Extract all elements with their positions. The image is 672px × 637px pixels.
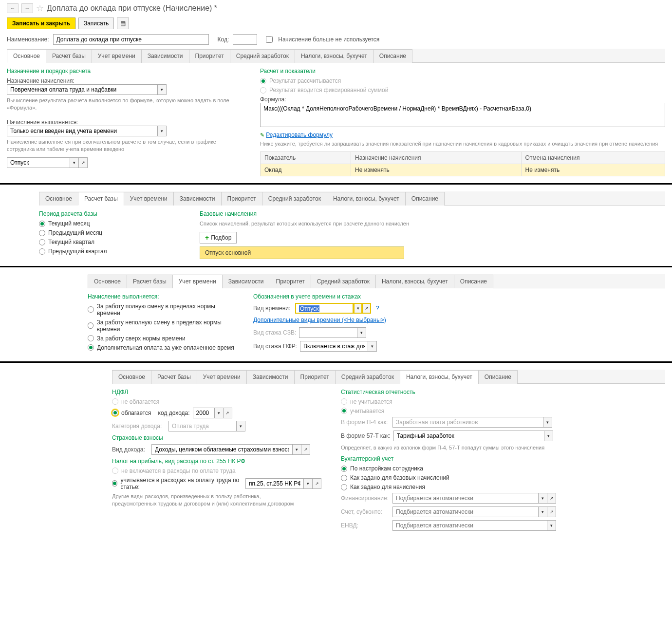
pfr-select[interactable]	[300, 341, 368, 352]
code-input[interactable]	[233, 34, 257, 45]
td-indicator[interactable]: Оклад	[261, 164, 351, 176]
open-button[interactable]: ↗	[362, 303, 371, 314]
tab-deps[interactable]: Зависимости	[222, 275, 270, 288]
tab-avg[interactable]: Средний заработок	[335, 370, 400, 384]
tab-avg[interactable]: Средний заработок	[230, 49, 295, 63]
group-profit: Налог на прибыль, вид расхода по ст. 255…	[112, 458, 321, 465]
tab-desc[interactable]: Описание	[405, 192, 445, 206]
tab-tax[interactable]: Налоги, взносы, бухучет	[400, 370, 479, 384]
tab-time[interactable]: Учет времени	[124, 192, 174, 206]
radio-over[interactable]	[88, 335, 94, 341]
fin-label: Финансирование:	[341, 495, 390, 502]
td-cancel[interactable]: Не изменять	[521, 164, 665, 176]
tab-basic[interactable]: Основное	[88, 275, 127, 288]
dropdown-button[interactable]: ▾	[215, 408, 224, 418]
tab-basic[interactable]: Основное	[112, 370, 151, 384]
time-type-select[interactable]: Отпуск	[295, 303, 354, 314]
tab-deps[interactable]: Зависимости	[141, 49, 189, 63]
dropdown-button[interactable]: ▾	[293, 444, 301, 455]
formula-textarea[interactable]	[260, 103, 665, 127]
group-period: Период расчета базы	[39, 210, 185, 217]
name-input[interactable]	[53, 34, 209, 45]
radio-exp[interactable]	[112, 480, 117, 487]
dropdown-button[interactable]: ▾	[354, 303, 362, 314]
dropdown-button[interactable]: ▾	[304, 478, 313, 489]
radio-prev-month[interactable]	[39, 230, 45, 236]
tab-base[interactable]: Расчет базы	[78, 192, 124, 206]
dropdown-button: ▾	[543, 417, 552, 428]
radio-calc	[260, 78, 266, 84]
open-button[interactable]: ↗	[79, 157, 88, 168]
hint-stat: Определяет, в какую из колонок форм П-4,…	[341, 444, 665, 451]
tab-tax[interactable]: Налоги, взносы, бухучет	[327, 192, 406, 206]
edit-formula-link[interactable]: Редактировать формулу	[266, 131, 333, 138]
tab-base[interactable]: Расчет базы	[151, 370, 197, 384]
dropdown-button[interactable]: ▾	[368, 341, 377, 352]
dropdown-button[interactable]: ▾	[544, 431, 553, 441]
exec-select[interactable]	[7, 126, 158, 136]
tab-priority[interactable]: Приоритет	[189, 49, 230, 63]
group-buh: Бухгалтерский учет	[341, 455, 665, 462]
tab-desc[interactable]: Описание	[478, 370, 518, 384]
save-button[interactable]: Записать	[78, 18, 114, 29]
time-type-label: Вид времени:	[253, 305, 292, 312]
tab-time[interactable]: Учет времени	[172, 275, 223, 288]
tab-priority[interactable]: Приоритет	[270, 275, 311, 288]
dropdown-button[interactable]: ▾	[158, 84, 167, 95]
income-select[interactable]	[151, 444, 293, 455]
p57-select[interactable]	[393, 431, 544, 441]
tab-tax[interactable]: Налоги, взносы, бухучет	[295, 49, 373, 63]
radio-emp[interactable]	[341, 466, 347, 472]
radio-base[interactable]	[341, 475, 347, 481]
tab-time[interactable]: Учет времени	[92, 49, 142, 63]
purpose-select[interactable]	[7, 84, 158, 95]
code-label: Код:	[218, 36, 229, 43]
tab-basic[interactable]: Основное	[7, 49, 46, 63]
tab-avg[interactable]: Средний заработок	[311, 275, 376, 288]
open-button[interactable]: ↗	[313, 478, 321, 489]
extra-types-link[interactable]: Дополнительные виды времени (<Не выбраны…	[253, 317, 386, 323]
tab-base[interactable]: Расчет базы	[46, 49, 92, 63]
tab-avg[interactable]: Средний заработок	[262, 192, 327, 206]
radio-accr[interactable]	[341, 484, 347, 490]
radio-extra[interactable]	[88, 344, 94, 351]
report-button[interactable]: ▤	[117, 18, 129, 29]
base-item[interactable]: Отпуск основной	[200, 246, 404, 259]
radio-cur-month[interactable]	[39, 221, 45, 227]
tab-time[interactable]: Учет времени	[197, 370, 247, 384]
tab-tax[interactable]: Налоги, взносы, бухучет	[375, 275, 454, 288]
back-button[interactable]: ←	[7, 3, 19, 13]
add-button[interactable]: +Подбор	[200, 232, 237, 244]
forward-button[interactable]: →	[21, 3, 33, 13]
tab-deps[interactable]: Зависимости	[173, 192, 222, 206]
tax-code-input[interactable]	[193, 408, 215, 418]
article-select[interactable]	[245, 478, 304, 489]
tab-base[interactable]: Расчет базы	[127, 275, 173, 288]
dropdown-button[interactable]: ▾	[357, 327, 366, 338]
tab-desc[interactable]: Описание	[373, 49, 412, 63]
tab-priority[interactable]: Приоритет	[294, 370, 336, 384]
unused-checkbox[interactable]	[266, 36, 273, 43]
radio-partial[interactable]	[88, 322, 93, 329]
td-assign[interactable]: Не изменять	[351, 164, 522, 176]
time-type-input[interactable]	[7, 157, 70, 168]
save-close-button[interactable]: Записать и закрыть	[7, 18, 75, 29]
radio-tax[interactable]	[112, 410, 118, 416]
tab-deps[interactable]: Зависимости	[246, 370, 295, 384]
szv-select[interactable]	[299, 327, 357, 338]
open-button[interactable]: ↗	[224, 408, 232, 418]
dropdown-button[interactable]: ▾	[158, 126, 167, 136]
dropdown-button[interactable]: ▾	[70, 157, 79, 168]
star-icon[interactable]: ☆	[36, 3, 44, 14]
help-icon[interactable]: ?	[376, 305, 379, 312]
tab-basic[interactable]: Основное	[39, 192, 78, 206]
radio-cur-q[interactable]	[39, 239, 45, 245]
tab-priority[interactable]: Приоритет	[221, 192, 262, 206]
radio-prev-q[interactable]	[39, 248, 45, 255]
plus-icon: +	[205, 234, 209, 242]
open-button[interactable]: ↗	[301, 444, 310, 455]
fin-select	[392, 493, 539, 504]
tabs-4: Основное Расчет базы Учет времени Зависи…	[112, 370, 665, 384]
tab-desc[interactable]: Описание	[454, 275, 493, 288]
radio-full[interactable]	[88, 306, 94, 313]
